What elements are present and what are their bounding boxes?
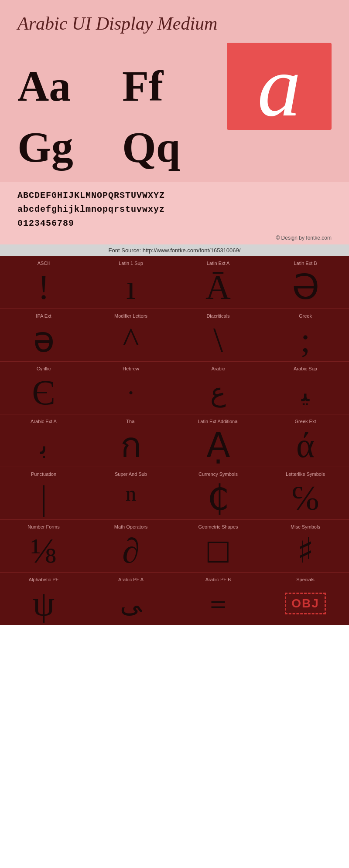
glyph-char: \	[213, 321, 223, 359]
alphabet-lower: abcdefghijklmnopqrstuvwxyz	[17, 203, 332, 217]
glyph-char: ·	[128, 373, 134, 412]
glyph-char: |	[40, 479, 47, 517]
glyph-char: Ā	[205, 268, 231, 306]
glyph-label: Currency Symbols	[177, 471, 260, 477]
glyph-cell: Arabic Ext Aﺑ	[0, 414, 87, 467]
glyph-char: ♯	[297, 532, 314, 570]
glyph-cell: Diacriticals\	[174, 309, 262, 361]
source-text: Font Source: http://www.fontke.com/font/…	[109, 247, 241, 254]
glyph-label: Letterlike Symbols	[264, 471, 347, 477]
glyph-cell: Letterlike Symbols℅	[262, 467, 349, 519]
source-bar: Font Source: http://www.fontke.com/font/…	[0, 244, 349, 256]
letter-italic-a: a	[257, 43, 301, 130]
glyph-label: Specials	[264, 577, 347, 582]
glyph-label: Alphabetic PF	[2, 577, 85, 582]
glyph-cell: Greek;	[262, 309, 349, 361]
glyph-char: ＝	[205, 584, 231, 623]
glyph-char: ℅	[291, 479, 320, 517]
font-title: Arabic UI Display Medium	[17, 13, 332, 34]
glyph-label: Super And Sub	[89, 471, 172, 477]
glyph-cell: Alphabetic PFψ	[0, 573, 87, 625]
glyph-char: ;	[301, 321, 310, 359]
glyph-label: Arabic	[177, 366, 260, 371]
glyph-cell: IPA Extə	[0, 309, 87, 361]
glyph-char: □	[208, 532, 229, 570]
letter-pair-aa: Aa	[17, 64, 122, 108]
glyph-char: ψ	[33, 584, 55, 623]
letter-showcase: Aa Ff a Gg Qq	[17, 43, 332, 169]
glyph-cell: Currency Symbols₵	[174, 467, 262, 519]
glyph-label: Thai	[89, 419, 172, 424]
glyph-char: OBJ	[285, 584, 326, 623]
glyph-char: ﯿ	[301, 373, 309, 412]
copyright-text: © Design by fontke.com	[276, 235, 332, 241]
glyph-label: Greek	[264, 313, 347, 319]
glyph-char: ⁿ	[125, 479, 136, 517]
glyph-label: Geometric Shapes	[177, 524, 260, 529]
glyph-cell: Misc Symbols♯	[262, 520, 349, 572]
glyph-char: ά	[296, 426, 315, 465]
glyph-label: Latin Ext A	[177, 261, 260, 266]
glyph-char: ₵	[207, 479, 229, 517]
glyph-label: Modifier Letters	[89, 313, 172, 319]
glyph-char: ı	[126, 268, 136, 306]
glyph-label: IPA Ext	[2, 313, 85, 319]
glyph-cell: Hebrew·	[87, 362, 174, 414]
glyph-label: Latin 1 Sup	[89, 261, 172, 266]
glyph-cell: Greek Extά	[262, 414, 349, 467]
glyph-char: Є	[32, 373, 55, 412]
glyph-char: ع	[210, 373, 226, 412]
glyph-label: Latin Ext Additional	[177, 419, 260, 424]
glyphs-section: ASCII!Latin 1 SupıLatin Ext AĀLatin Ext …	[0, 256, 349, 625]
letter-aa: Aa	[17, 64, 122, 108]
glyph-grid: ASCII!Latin 1 SupıLatin Ext AĀLatin Ext …	[0, 256, 349, 625]
alphabet-section: ABCDEFGHIJKLMNOPQRSTUVWXYZ abcdefghijklm…	[0, 182, 349, 233]
glyph-char: ə	[33, 321, 55, 359]
glyph-cell: Punctuation|	[0, 467, 87, 519]
glyph-label: Latin Ext B	[264, 261, 347, 266]
glyph-label: Arabic PF A	[89, 577, 172, 582]
glyph-cell: Latin Ext AdditionalẠ	[174, 414, 262, 467]
copyright-line: © Design by fontke.com	[0, 233, 349, 244]
alphabet-upper: ABCDEFGHIJKLMNOPQRSTUVWXYZ	[17, 189, 332, 203]
glyph-cell: Latin Ext BƏ	[262, 256, 349, 309]
glyph-cell: Geometric Shapes□	[174, 520, 262, 572]
glyph-cell: ASCII!	[0, 256, 87, 309]
glyph-char: Ə	[292, 268, 319, 306]
glyph-cell: Arabic PF B＝	[174, 573, 262, 625]
glyph-cell: Latin 1 Supı	[87, 256, 174, 309]
glyph-char: !	[38, 268, 50, 306]
glyph-label: ASCII	[2, 261, 85, 266]
glyph-label: Arabic Sup	[264, 366, 347, 371]
glyph-label: Math Operators	[89, 524, 172, 529]
glyph-char: ∂	[122, 532, 140, 570]
letter-pair-gg: Gg	[17, 125, 122, 169]
glyph-cell: Arabic PF Aﻰ	[87, 573, 174, 625]
glyph-label: Arabic PF B	[177, 577, 260, 582]
glyph-char: ^	[123, 321, 139, 359]
glyph-label: Misc Symbols	[264, 524, 347, 529]
glyph-char: ⅛	[31, 532, 57, 570]
glyph-cell: SpecialsOBJ	[262, 573, 349, 625]
glyph-cell: Arabic Supﯿ	[262, 362, 349, 414]
glyph-label: Cyrillic	[2, 366, 85, 371]
glyph-cell: Latin Ext AĀ	[174, 256, 262, 309]
glyph-cell: CyrillicЄ	[0, 362, 87, 414]
letter-qq: Qq	[122, 125, 227, 169]
glyph-label: Number Forms	[2, 524, 85, 529]
glyph-char: Ạ	[206, 426, 230, 465]
glyph-char: ก	[120, 426, 141, 465]
glyph-char: ﺑ	[40, 426, 48, 465]
letter-pair-qq: Qq	[122, 125, 227, 169]
header-section: Arabic UI Display Medium Aa Ff a Gg Qq	[0, 0, 349, 182]
letter-pair-ff: Ff	[122, 64, 227, 108]
glyph-char: ﻰ	[120, 584, 142, 623]
glyph-label: Greek Ext	[264, 419, 347, 424]
glyph-label: Arabic Ext A	[2, 419, 85, 424]
glyph-cell: Super And Subⁿ	[87, 467, 174, 519]
glyph-cell: Number Forms⅛	[0, 520, 87, 572]
glyph-cell: Math Operators∂	[87, 520, 174, 572]
glyph-label: Diacriticals	[177, 313, 260, 319]
digits: 0123456789	[17, 217, 332, 231]
letter-gg: Gg	[17, 125, 122, 169]
